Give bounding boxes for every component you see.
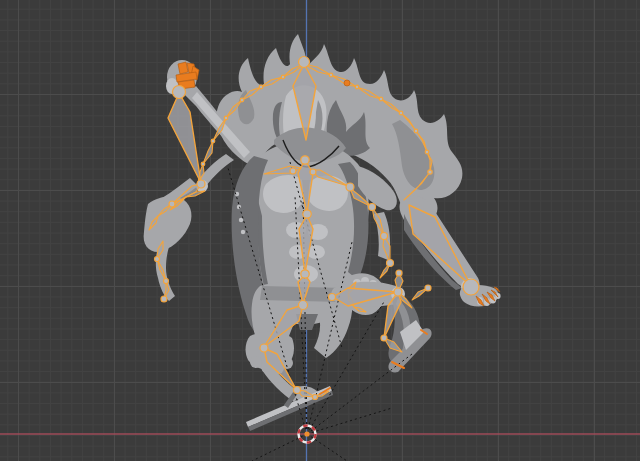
cuff-roll xyxy=(250,356,262,368)
sculpted-figure-mesh[interactable] xyxy=(144,34,501,431)
left-upper-arm-bone xyxy=(168,93,201,183)
vest-button xyxy=(241,230,245,234)
vest-button xyxy=(239,218,243,222)
3d-viewport[interactable] xyxy=(0,0,640,461)
crown-highlight-joint[interactable] xyxy=(344,80,350,86)
3d-cursor-center xyxy=(304,431,309,436)
